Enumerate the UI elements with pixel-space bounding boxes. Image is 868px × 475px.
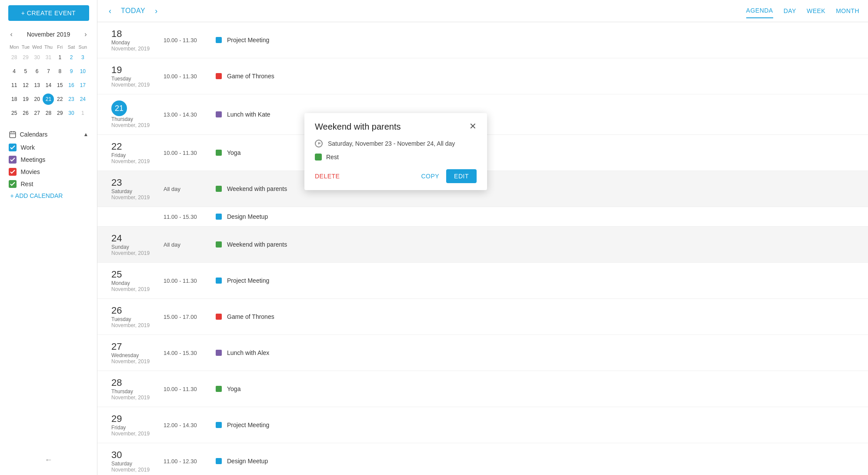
agenda-event-title[interactable]: Project Meeting [227,421,269,428]
mini-cal-day[interactable]: 2 [66,50,77,64]
mini-cal-day[interactable]: 28 [9,50,20,64]
calendar-item[interactable]: Meetings [9,156,89,164]
sidebar-collapse-button[interactable]: ← [40,450,58,470]
mini-cal-day[interactable]: 15 [54,78,66,92]
agenda-event-title[interactable]: Project Meeting [227,277,269,284]
mini-cal-day[interactable]: 1 [54,50,66,64]
copy-button[interactable]: COPY [421,173,439,180]
agenda-event-title[interactable]: Weekend with parents [227,241,287,248]
agenda-day-number: 18 [111,28,164,40]
mini-cal-day[interactable]: 3 [77,50,88,64]
agenda-event-title[interactable]: Game of Thrones [227,73,274,80]
calendar-checkbox[interactable] [9,168,17,176]
agenda-time: 13.00 - 14.30 [164,111,216,118]
add-calendar-button[interactable]: + ADD CALENDAR [9,192,89,199]
agenda-event-color [216,386,222,392]
agenda-time: 10.00 - 11.30 [164,386,216,392]
today-button[interactable]: TODAY [121,7,145,15]
mini-cal-day[interactable]: 5 [20,64,31,78]
agenda-row[interactable]: 30SaturdayNovember, 201911.00 - 12.30Des… [97,443,868,475]
mini-cal-day[interactable]: 14 [43,78,54,92]
mini-cal-day[interactable]: 27 [31,106,43,120]
next-month-button[interactable]: › [83,30,88,39]
mini-cal-day[interactable]: 28 [43,106,54,120]
agenda-event-title[interactable]: Weekend with parents [227,185,287,192]
mini-cal-day[interactable]: 13 [31,78,43,92]
mini-cal-day[interactable]: 7 [43,64,54,78]
mini-cal-day[interactable]: 9 [66,64,77,78]
agenda-time: 10.00 - 11.30 [164,278,216,284]
agenda-row[interactable]: 19TuesdayNovember, 201910.00 - 11.30Game… [97,58,868,94]
agenda-row[interactable]: 24SundayNovember, 2019All dayWeekend wit… [97,227,868,263]
agenda-date-sub: November, 2019 [111,358,164,365]
agenda-row[interactable]: 11.00 - 15.30Design Meetup [97,207,868,227]
mini-calendar-title: November 2019 [27,31,70,38]
agenda-row[interactable]: 27WednesdayNovember, 201914.00 - 15.30Lu… [97,335,868,371]
agenda-row[interactable]: 29FridayNovember, 201912.00 - 14.30Proje… [97,407,868,443]
agenda-date: 26TuesdayNovember, 2019 [111,305,164,328]
mini-cal-day[interactable]: 19 [20,92,31,106]
col-header-tue: Tue [20,43,31,50]
calendars-chevron-icon[interactable]: ▲ [83,131,89,137]
mini-cal-day[interactable]: 31 [43,50,54,64]
prev-period-button[interactable]: ‹ [106,5,114,17]
mini-cal-day[interactable]: 29 [20,50,31,64]
mini-cal-day[interactable]: 25 [9,106,20,120]
tab-agenda[interactable]: AGENDA [746,3,773,18]
create-event-button[interactable]: + CREATE EVENT [8,5,89,21]
mini-cal-day[interactable]: 17 [77,78,88,92]
mini-cal-day[interactable]: 6 [31,64,43,78]
agenda-day-name: Monday [111,40,164,46]
tab-week[interactable]: WEEK [807,3,825,18]
popup-close-button[interactable]: ✕ [469,122,477,130]
mini-cal-day[interactable]: 10 [77,64,88,78]
mini-cal-day[interactable]: 21 [43,92,54,106]
agenda-row[interactable]: 18MondayNovember, 201910.00 - 11.30Proje… [97,22,868,58]
mini-cal-day[interactable]: 1 [77,106,88,120]
agenda-event-title[interactable]: Yoga [227,385,240,392]
agenda-row[interactable]: 26TuesdayNovember, 201915.00 - 17.00Game… [97,299,868,335]
mini-cal-day[interactable]: 30 [31,50,43,64]
calendar-checkbox[interactable] [9,156,17,164]
agenda-row[interactable]: 28ThursdayNovember, 201910.00 - 11.30Yog… [97,371,868,407]
mini-cal-day[interactable]: 22 [54,92,66,106]
mini-cal-day[interactable]: 29 [54,106,66,120]
mini-cal-day[interactable]: 16 [66,78,77,92]
next-period-button[interactable]: › [152,5,160,17]
agenda-date: 25MondayNovember, 2019 [111,269,164,292]
agenda-event-color [216,314,222,320]
mini-cal-day[interactable]: 12 [20,78,31,92]
agenda-event-title[interactable]: Yoga [227,149,240,156]
prev-month-button[interactable]: ‹ [9,30,14,39]
mini-cal-day[interactable]: 24 [77,92,88,106]
agenda-date: 18MondayNovember, 2019 [111,28,164,52]
tab-month[interactable]: MONTH [836,3,859,18]
agenda-event-title[interactable]: Project Meeting [227,37,269,43]
agenda-day-number: 21 [111,100,127,116]
agenda-time: 10.00 - 11.30 [164,73,216,80]
agenda-event-title[interactable]: Game of Thrones [227,313,274,320]
mini-cal-day[interactable]: 23 [66,92,77,106]
edit-button[interactable]: EDIT [446,169,477,183]
mini-cal-day[interactable]: 8 [54,64,66,78]
calendar-item[interactable]: Work [9,144,89,151]
popup-calendar: Rest [315,154,477,161]
agenda-event-title[interactable]: Design Meetup [227,213,268,220]
agenda-event-title[interactable]: Lunch with Kate [227,111,270,118]
mini-cal-day[interactable]: 30 [66,106,77,120]
delete-button[interactable]: DELETE [315,173,340,180]
mini-cal-day[interactable]: 20 [31,92,43,106]
calendar-item[interactable]: Movies [9,168,89,176]
mini-cal-day[interactable]: 18 [9,92,20,106]
agenda-row[interactable]: 25MondayNovember, 201910.00 - 11.30Proje… [97,263,868,299]
calendar-checkbox[interactable] [9,144,17,151]
mini-cal-day[interactable]: 4 [9,64,20,78]
tab-day[interactable]: DAY [784,3,796,18]
mini-cal-day[interactable]: 11 [9,78,20,92]
calendar-item[interactable]: Rest [9,180,89,188]
agenda-day-name: Tuesday [111,76,164,82]
calendar-checkbox[interactable] [9,180,17,188]
mini-cal-day[interactable]: 26 [20,106,31,120]
agenda-event-title[interactable]: Design Meetup [227,458,268,465]
agenda-event-title[interactable]: Lunch with Alex [227,349,269,356]
